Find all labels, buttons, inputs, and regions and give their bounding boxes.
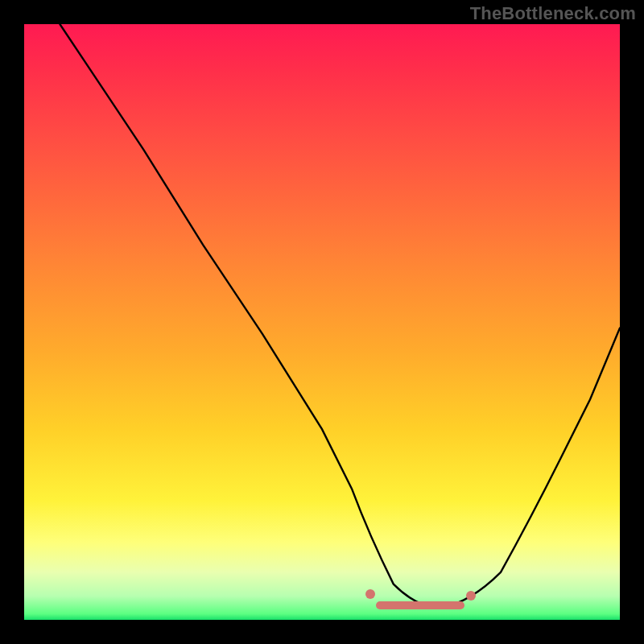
curve-path: [60, 24, 620, 608]
plot-area: [24, 24, 620, 620]
bottleneck-curve: [24, 24, 620, 620]
chart-frame: TheBottleneck.com: [0, 0, 644, 644]
watermark-text: TheBottleneck.com: [470, 3, 636, 24]
trough-highlight-dot-left: [365, 589, 375, 599]
trough-highlight-bar: [376, 601, 464, 609]
trough-highlight-dot-right: [466, 591, 476, 601]
